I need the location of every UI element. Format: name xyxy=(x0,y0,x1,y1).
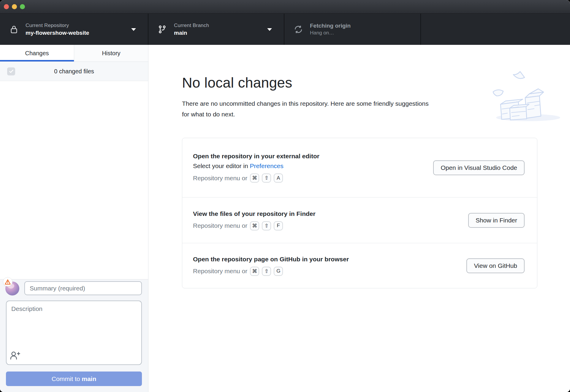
suggestion-title: Open the repository page on GitHub in yo… xyxy=(193,256,349,263)
subtitle-line-2: for what to do next. xyxy=(182,111,235,118)
current-branch-dropdown[interactable]: Current Branch main xyxy=(148,14,284,45)
shortcut-text: Repository menu or xyxy=(193,222,247,229)
shortcut-hint: Repository menu or ⌘ ⇧ F xyxy=(193,221,316,230)
command-key: ⌘ xyxy=(250,267,259,276)
letter-key: G xyxy=(274,267,283,276)
commit-button-prefix: Commit to xyxy=(52,375,82,382)
suggestion-show-in-finder: View the files of your repository in Fin… xyxy=(182,197,537,243)
shift-key: ⇧ xyxy=(262,221,271,230)
add-coauthor-button[interactable] xyxy=(9,350,21,361)
zoom-button[interactable] xyxy=(20,4,25,9)
shortcut-text: Repository menu or xyxy=(193,175,247,182)
current-repository-dropdown[interactable]: Current Repository my-flowershow-website xyxy=(0,14,148,45)
letter-key: A xyxy=(274,173,283,183)
tab-changes[interactable]: Changes xyxy=(0,45,74,61)
view-on-github-button[interactable]: View on GitHub xyxy=(466,258,525,273)
show-in-finder-button[interactable]: Show in Finder xyxy=(468,213,525,228)
warning-icon[interactable] xyxy=(3,277,12,287)
file-list-empty xyxy=(0,81,148,279)
repository-name: my-flowershow-website xyxy=(26,30,89,36)
repository-label: Current Repository xyxy=(26,23,89,29)
commit-summary-input[interactable] xyxy=(24,281,142,295)
branch-name: main xyxy=(174,30,209,36)
subtitle-text: Select your editor in xyxy=(193,162,250,169)
page-title: No local changes xyxy=(182,75,292,91)
letter-key: F xyxy=(274,221,283,230)
open-in-editor-button[interactable]: Open in Visual Studio Code xyxy=(433,160,525,175)
shortcut-text: Repository menu or xyxy=(193,268,247,275)
page-subtitle: There are no uncommitted changes in this… xyxy=(182,98,429,120)
subtitle-line-1: There are no uncommitted changes in this… xyxy=(182,100,429,107)
main-content: No local changes There are no uncommitte… xyxy=(149,45,570,392)
toolbar-spacer xyxy=(421,14,570,45)
git-branch-icon xyxy=(157,25,167,34)
close-button[interactable] xyxy=(4,4,9,9)
tab-history[interactable]: History xyxy=(74,45,148,61)
shift-key: ⇧ xyxy=(262,173,271,183)
minimize-button[interactable] xyxy=(12,4,17,9)
preferences-link[interactable]: Preferences xyxy=(250,162,283,169)
sidebar-tabs: Changes History xyxy=(0,45,148,62)
shortcut-hint: Repository menu or ⌘ ⇧ A xyxy=(193,173,319,183)
lock-icon xyxy=(9,25,19,34)
chevron-down-icon xyxy=(131,28,136,31)
select-all-checkbox[interactable] xyxy=(7,67,15,75)
sync-icon xyxy=(293,25,303,34)
suggestions-card: Open the repository in your external edi… xyxy=(182,138,537,288)
commit-button[interactable]: Commit to main xyxy=(6,372,142,386)
toolbar: Current Repository my-flowershow-website… xyxy=(0,14,570,45)
titlebar xyxy=(0,0,570,14)
commit-form: Commit to main xyxy=(0,279,148,392)
changed-files-count: 0 changed files xyxy=(0,68,148,75)
command-key: ⌘ xyxy=(250,173,259,183)
suggestion-title: Open the repository in your external edi… xyxy=(193,153,319,160)
window-controls xyxy=(4,4,25,9)
suggestion-open-editor: Open the repository in your external edi… xyxy=(182,138,537,197)
suggestion-view-on-github: Open the repository page on GitHub in yo… xyxy=(182,243,537,288)
suggestion-subtitle: Select your editor in Preferences xyxy=(193,162,319,170)
shortcut-hint: Repository menu or ⌘ ⇧ G xyxy=(193,267,349,276)
command-key: ⌘ xyxy=(250,221,259,230)
commit-description-input[interactable] xyxy=(6,301,142,365)
chevron-down-icon xyxy=(267,28,272,31)
suggestion-title: View the files of your repository in Fin… xyxy=(193,210,316,217)
fetch-status: Hang on… xyxy=(310,30,351,36)
no-changes-illustration xyxy=(490,68,569,126)
changed-files-row: 0 changed files xyxy=(0,62,148,81)
sidebar: Changes History 0 changed files xyxy=(0,45,148,392)
fetch-title: Fetching origin xyxy=(310,23,351,29)
app-window: Current Repository my-flowershow-website… xyxy=(0,0,570,392)
fetch-origin-button[interactable]: Fetching origin Hang on… xyxy=(284,14,421,45)
commit-button-branch: main xyxy=(82,375,96,382)
branch-label: Current Branch xyxy=(174,23,209,29)
shift-key: ⇧ xyxy=(262,267,271,276)
